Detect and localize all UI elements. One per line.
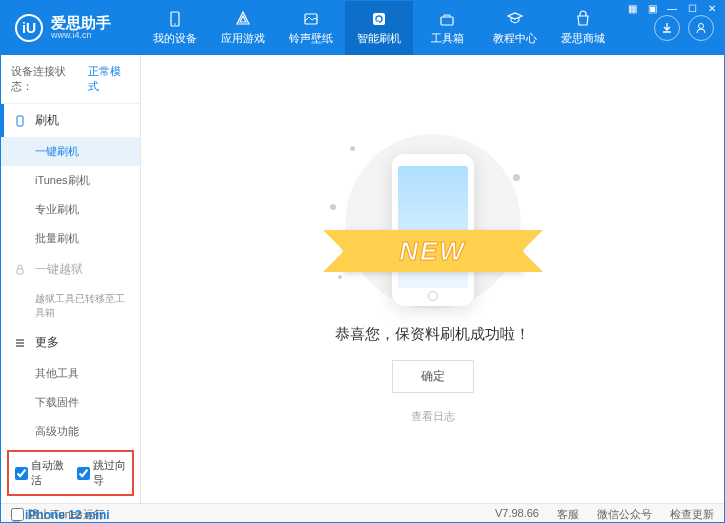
svg-rect-7 (17, 269, 23, 274)
apps-icon (234, 10, 252, 28)
user-button[interactable] (688, 15, 714, 41)
version-label: V7.98.66 (495, 507, 539, 522)
download-button[interactable] (654, 15, 680, 41)
logo-area: iU 爱思助手 www.i4.cn (1, 1, 141, 55)
success-illustration: NEW (328, 134, 538, 309)
app-header: ▦ ▣ — ☐ ✕ iU 爱思助手 www.i4.cn 我的设备 应用游戏 铃声… (1, 1, 724, 55)
checkbox-skip-guide[interactable]: 跳过向导 (77, 458, 127, 488)
sidebar-item-itunes-flash[interactable]: iTunes刷机 (1, 166, 140, 195)
nav-ringtones[interactable]: 铃声壁纸 (277, 1, 345, 55)
store-icon (574, 10, 592, 28)
logo-icon: iU (15, 14, 43, 42)
check-update-link[interactable]: 检查更新 (670, 507, 714, 522)
sidebar-item-download-fw[interactable]: 下载固件 (1, 388, 140, 417)
phone-icon (13, 114, 27, 128)
sidebar-section-jailbreak: 一键越狱 (1, 253, 140, 286)
wechat-link[interactable]: 微信公众号 (597, 507, 652, 522)
device-status: 设备连接状态： 正常模式 (1, 55, 140, 104)
nav-apps[interactable]: 应用游戏 (209, 1, 277, 55)
checkbox-block-itunes[interactable]: 阻止iTunes运行 (11, 507, 105, 522)
sidebar-item-pro-flash[interactable]: 专业刷机 (1, 195, 140, 224)
svg-point-5 (699, 24, 704, 29)
window-controls: ▦ ▣ — ☐ ✕ (625, 2, 719, 14)
svg-point-1 (174, 23, 176, 25)
svg-rect-6 (17, 116, 23, 126)
nav-store[interactable]: 爱思商城 (549, 1, 617, 55)
app-title: 爱思助手 (51, 15, 111, 32)
support-link[interactable]: 客服 (557, 507, 579, 522)
skin-icon[interactable]: ▣ (645, 2, 659, 14)
sidebar: 设备连接状态： 正常模式 刷机 一键刷机 iTunes刷机 专业刷机 批量刷机 … (1, 55, 141, 503)
device-icon (166, 10, 184, 28)
sidebar-item-oneclick-flash[interactable]: 一键刷机 (1, 137, 140, 166)
lock-icon (13, 263, 27, 277)
sidebar-item-batch-flash[interactable]: 批量刷机 (1, 224, 140, 253)
wallpaper-icon (302, 10, 320, 28)
sidebar-section-more[interactable]: 更多 (1, 326, 140, 359)
success-message: 恭喜您，保资料刷机成功啦！ (335, 325, 530, 344)
ok-button[interactable]: 确定 (392, 360, 474, 393)
sidebar-section-flash[interactable]: 刷机 (1, 104, 140, 137)
toolbox-icon (438, 10, 456, 28)
nav-tutorial[interactable]: 教程中心 (481, 1, 549, 55)
ribbon-text: NEW (399, 236, 466, 267)
nav-toolbox[interactable]: 工具箱 (413, 1, 481, 55)
checkbox-row: 自动激活 跳过向导 (7, 450, 134, 496)
maximize-icon[interactable]: ☐ (685, 2, 699, 14)
nav-flash[interactable]: 智能刷机 (345, 1, 413, 55)
checkbox-auto-activate[interactable]: 自动激活 (15, 458, 65, 488)
tutorial-icon (506, 10, 524, 28)
refresh-icon (370, 10, 388, 28)
app-url: www.i4.cn (51, 31, 111, 41)
main-content: NEW 恭喜您，保资料刷机成功啦！ 确定 查看日志 (141, 55, 724, 503)
view-log-link[interactable]: 查看日志 (411, 409, 455, 424)
sidebar-item-other-tools[interactable]: 其他工具 (1, 359, 140, 388)
more-icon (13, 336, 27, 350)
nav-my-device[interactable]: 我的设备 (141, 1, 209, 55)
menu-icon[interactable]: ▦ (625, 2, 639, 14)
main-nav: 我的设备 应用游戏 铃声壁纸 智能刷机 工具箱 教程中心 爱思商城 (141, 1, 654, 55)
svg-rect-4 (441, 17, 453, 25)
svg-rect-3 (373, 13, 385, 25)
sidebar-item-advanced[interactable]: 高级功能 (1, 417, 140, 446)
jailbreak-note: 越狱工具已转移至工具箱 (1, 286, 140, 326)
close-icon[interactable]: ✕ (705, 2, 719, 14)
minimize-icon[interactable]: — (665, 2, 679, 14)
